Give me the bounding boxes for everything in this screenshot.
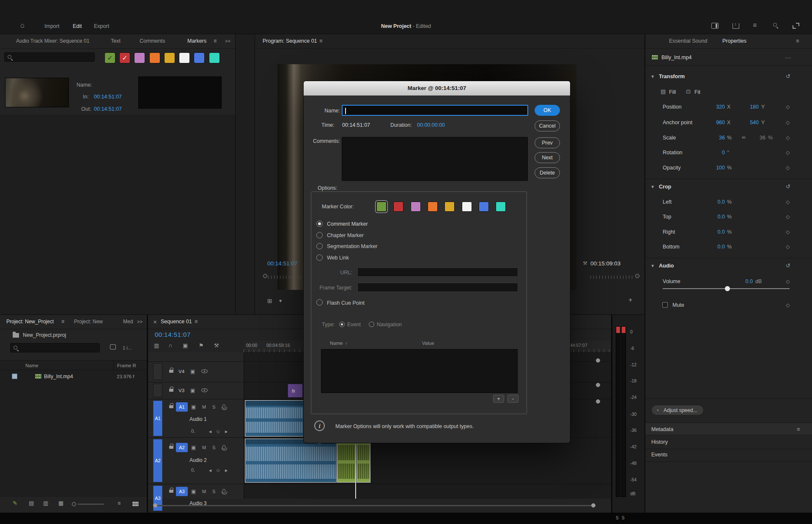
- filter-swatch-green[interactable]: ✓: [104, 52, 115, 63]
- marker-out-value[interactable]: 00:14:51:07: [94, 106, 122, 112]
- voiceover-mic-icon[interactable]: [222, 404, 225, 409]
- flash-cue-radio[interactable]: [316, 299, 323, 306]
- keyframe-diamond-icon[interactable]: ◇: [786, 278, 790, 285]
- panel-view-icon[interactable]: [110, 344, 116, 349]
- fx-clip-v3[interactable]: fx: [288, 384, 303, 398]
- tab-essential-sound[interactable]: Essential Sound: [669, 38, 707, 44]
- comment-marker-radio[interactable]: [316, 221, 323, 227]
- automation-value[interactable]: 0,: [191, 467, 195, 473]
- marker-comment-box[interactable]: [138, 76, 222, 109]
- tab-project-newproject[interactable]: Project: New_Project: [6, 318, 54, 325]
- keyframe-diamond-icon[interactable]: ◇: [786, 164, 790, 171]
- scrubber-handle-left[interactable]: [263, 274, 267, 278]
- zoom-slider-handle[interactable]: [72, 502, 76, 506]
- program-current-timecode[interactable]: 00:14:51:07: [267, 260, 297, 267]
- solo-track-button[interactable]: S: [212, 444, 215, 451]
- project-search-input[interactable]: [20, 344, 97, 352]
- keyframe-diamond-icon[interactable]: ◇: [786, 302, 790, 308]
- horizontal-scroll-handle-right[interactable]: [591, 503, 595, 508]
- lock-icon[interactable]: [169, 490, 173, 493]
- tab-text[interactable]: Text: [111, 38, 121, 44]
- vertical-scroll-handle[interactable]: [596, 383, 600, 387]
- web-link-label[interactable]: Web Link: [327, 254, 349, 261]
- tab-sequence[interactable]: Sequence 01: [161, 318, 192, 325]
- menu-edit[interactable]: Edit: [73, 23, 82, 30]
- safe-margins-icon[interactable]: ⊞: [267, 297, 272, 304]
- menu-export[interactable]: Export: [94, 23, 109, 30]
- track-toggle-icon[interactable]: ▣: [190, 387, 195, 394]
- cancel-button[interactable]: Cancel: [535, 120, 560, 131]
- color-swatch-blue[interactable]: [479, 202, 489, 212]
- section-menu-icon[interactable]: ≡: [797, 426, 800, 433]
- workspace-panels-icon[interactable]: [711, 23, 719, 29]
- crop-right-value[interactable]: 0.0: [694, 229, 725, 235]
- timeline-settings-icon[interactable]: ⚒: [214, 342, 219, 349]
- chevron-down-icon[interactable]: ▾: [651, 183, 654, 190]
- timeline-timecode[interactable]: 00:14:51:07: [155, 331, 191, 338]
- add-button-icon[interactable]: +: [628, 297, 632, 303]
- lock-icon[interactable]: [169, 389, 173, 392]
- sort-menu-icon[interactable]: ≡: [118, 500, 121, 507]
- settings-wrench-icon[interactable]: ⚒: [583, 260, 587, 267]
- add-keyframe-icon[interactable]: ◇: [217, 467, 220, 474]
- keyframe-diamond-icon[interactable]: ◇: [786, 213, 790, 220]
- mute-checkbox[interactable]: [662, 302, 668, 308]
- audio-clip-green-1[interactable]: [337, 439, 356, 483]
- freeform-view-icon[interactable]: ▦: [58, 500, 63, 507]
- more-options-icon[interactable]: ...: [785, 53, 791, 60]
- next-keyframe-icon[interactable]: ▶: [225, 428, 228, 435]
- audio-meter-right[interactable]: [621, 326, 626, 497]
- panel-menu-icon[interactable]: ≡: [195, 318, 198, 325]
- track-toggle-icon[interactable]: ▣: [191, 488, 196, 495]
- filter-swatch-gold[interactable]: [164, 52, 175, 63]
- fit-icon[interactable]: ⊡: [686, 88, 691, 95]
- delete-button[interactable]: Delete: [535, 167, 560, 178]
- track-label-v3[interactable]: V3: [178, 387, 184, 394]
- adjust-speed-button[interactable]: ◔ Adjust speed...: [651, 405, 704, 415]
- url-input[interactable]: [357, 267, 518, 277]
- prev-keyframe-icon[interactable]: ◀: [209, 428, 211, 435]
- panel-menu-icon[interactable]: ≡: [796, 38, 799, 44]
- navigation-type-label[interactable]: Navigation: [377, 321, 402, 328]
- snap-magnet-icon[interactable]: ∩: [168, 342, 172, 349]
- reset-icon[interactable]: ↺: [786, 183, 790, 190]
- solo-track-button[interactable]: S: [212, 488, 215, 495]
- event-type-radio[interactable]: [339, 322, 345, 327]
- voiceover-mic-icon[interactable]: [222, 489, 225, 493]
- marker-thumbnail[interactable]: [5, 78, 69, 107]
- audio-clip-green-2[interactable]: [357, 439, 370, 483]
- clip-indicator[interactable]: [622, 327, 625, 333]
- ok-button[interactable]: OK: [535, 105, 560, 116]
- tab-media-browser[interactable]: Med: [123, 318, 133, 325]
- panel-menu-icon[interactable]: ≡: [319, 38, 322, 44]
- filter-swatch-red[interactable]: ✓: [119, 52, 130, 63]
- marker-name-input[interactable]: [342, 105, 528, 116]
- zoom-slider-track[interactable]: [78, 504, 104, 505]
- source-patch-v4[interactable]: [153, 363, 162, 380]
- position-y-value[interactable]: 180: [731, 104, 759, 110]
- menu-import[interactable]: Import: [44, 23, 59, 30]
- flash-cue-label[interactable]: Flash Cue Point: [327, 300, 365, 306]
- keyframe-diamond-icon[interactable]: ◇: [786, 243, 790, 250]
- frame-target-input[interactable]: [357, 283, 518, 292]
- source-patch-v3[interactable]: [153, 384, 162, 397]
- comment-marker-label[interactable]: Comment Marker: [327, 221, 368, 227]
- chevron-down-icon[interactable]: ▾: [651, 262, 654, 269]
- events-section-header[interactable]: Events: [651, 451, 667, 458]
- filter-swatch-cyan[interactable]: [209, 52, 220, 63]
- scrubber-handle-right[interactable]: [635, 274, 639, 278]
- horizontal-scrollbar-track[interactable]: [157, 505, 592, 506]
- cue-point-table[interactable]: [321, 349, 518, 393]
- marker-search-input[interactable]: [14, 53, 92, 61]
- tab-comments[interactable]: Comments: [140, 38, 165, 44]
- tab-properties[interactable]: Properties: [722, 38, 746, 44]
- panel-menu-icon[interactable]: ≡: [214, 38, 217, 44]
- panel-menu-icon[interactable]: ≡: [61, 318, 64, 325]
- clip-indicator[interactable]: [616, 327, 620, 333]
- quick-export-icon[interactable]: [732, 23, 739, 29]
- track-toggle-icon[interactable]: ▣: [190, 368, 195, 375]
- chapter-marker-label[interactable]: Chapter Marker: [327, 232, 364, 239]
- track-visibility-eye-icon[interactable]: [201, 369, 208, 373]
- solo-track-button[interactable]: S: [212, 404, 215, 410]
- crop-bottom-value[interactable]: 0.0: [694, 243, 725, 250]
